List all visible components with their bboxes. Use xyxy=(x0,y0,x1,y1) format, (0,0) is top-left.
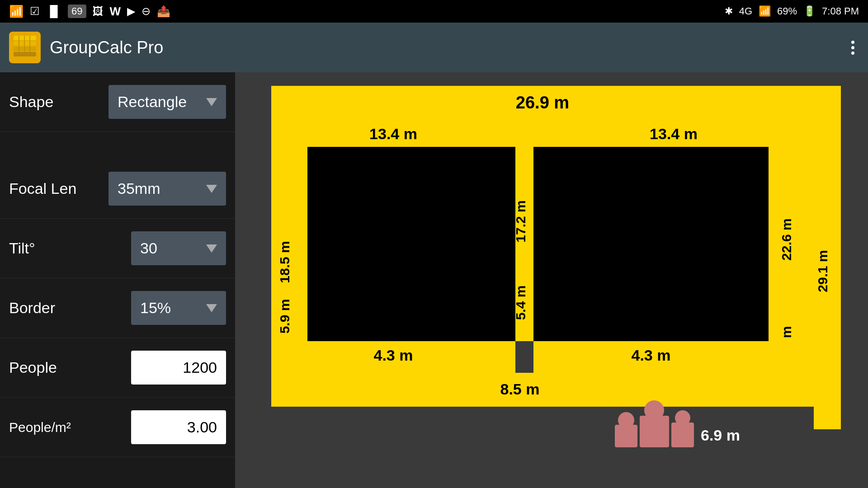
status-right: ✱ 4G 📶 69% 🔋 7:08 PM xyxy=(725,5,859,17)
border-label: Border xyxy=(9,299,108,317)
person-distance-label: 6.9 m xyxy=(701,427,740,444)
bottom-right-label: 4.3 m xyxy=(632,347,671,364)
tilt-dropdown-arrow xyxy=(206,244,217,253)
upload-icon: 📤 xyxy=(157,5,170,18)
focal-len-dropdown-arrow xyxy=(206,185,217,193)
svg-rect-23 xyxy=(671,422,694,447)
people-label: People xyxy=(9,359,108,376)
shape-dropdown[interactable]: Rectangle xyxy=(108,85,226,119)
status-bar: 📶 ☑ ▐▌ 69 🖼 W ▶ ⊖ 📤 ✱ 4G 📶 69% 🔋 7:08 PM xyxy=(0,0,868,23)
clock: 7:08 PM xyxy=(822,5,859,17)
tilt-dropdown[interactable]: 30 xyxy=(131,231,226,265)
top-right-label: 13.4 m xyxy=(650,125,698,142)
right-panel: 26.9 m 13.4 m 13.4 m 18.5 m 5.9 m 17.2 m xyxy=(235,72,868,488)
left-bottom-label: 5.9 m xyxy=(277,299,292,334)
status-left: 📶 ☑ ▐▌ 69 🖼 W ▶ ⊖ 📤 xyxy=(9,5,170,19)
bottom-full-label: 8.5 m xyxy=(500,380,540,398)
border-value: 15% xyxy=(140,299,171,317)
people-row: People 1200 xyxy=(0,338,235,398)
focal-len-row: Focal Len 35mm xyxy=(0,159,235,219)
gallery-icon: 🖼 xyxy=(93,5,104,18)
shape-row: Shape Rectangle xyxy=(0,72,235,132)
task-icon: ☑ xyxy=(30,5,40,18)
network-type: 4G xyxy=(739,5,752,17)
battery-icon: 🔋 xyxy=(803,5,816,17)
people-input[interactable]: 1200 xyxy=(131,351,226,385)
border-dropdown-arrow xyxy=(206,304,217,312)
diagram-svg: 26.9 m 13.4 m 13.4 m 18.5 m 5.9 m 17.2 m xyxy=(244,81,863,474)
app-bar-left: GroupCalc Pro xyxy=(9,32,163,63)
signal-bars-icon: ▐▌ xyxy=(46,5,61,18)
svg-rect-14 xyxy=(533,147,769,341)
people-per-m2-label: People/m² xyxy=(9,420,108,435)
border-dropdown[interactable]: 15% xyxy=(131,291,226,325)
left-top-label: 18.5 m xyxy=(277,241,292,283)
svg-rect-22 xyxy=(640,416,669,447)
spacer xyxy=(0,132,235,159)
app-title: GroupCalc Pro xyxy=(50,38,163,57)
people-per-m2-value: 3.00 xyxy=(187,418,217,436)
play-icon: ▶ xyxy=(127,5,135,18)
top-left-label: 13.4 m xyxy=(369,125,417,142)
signal-icon: 📶 xyxy=(759,5,771,17)
minus-icon: ⊖ xyxy=(142,5,151,18)
border-row: Border 15% xyxy=(0,278,235,338)
word-icon: W xyxy=(110,5,121,19)
focal-len-label: Focal Len xyxy=(9,180,108,197)
bottom-left-label: 4.3 m xyxy=(374,347,413,364)
focal-len-dropdown[interactable]: 35mm xyxy=(108,172,226,206)
focal-len-value: 35mm xyxy=(118,180,160,197)
shape-value: Rectangle xyxy=(118,93,187,111)
wifi-icon: 📶 xyxy=(9,5,24,19)
left-panel: Shape Rectangle Focal Len 35mm Tilt° 30 xyxy=(0,72,235,488)
tilt-label: Tilt° xyxy=(9,239,108,257)
svg-point-26 xyxy=(675,410,690,426)
svg-rect-0 xyxy=(14,52,36,56)
top-label: 26.9 m xyxy=(516,93,569,112)
svg-rect-3 xyxy=(14,36,36,40)
svg-point-24 xyxy=(618,412,634,428)
svg-rect-2 xyxy=(14,41,36,46)
people-per-m2-input[interactable]: 3.00 xyxy=(131,410,226,444)
svg-rect-11 xyxy=(307,147,515,341)
people-value: 1200 xyxy=(183,359,217,376)
right-top-label: 22.6 m xyxy=(779,218,794,260)
tilt-row: Tilt° 30 xyxy=(0,219,235,278)
tilt-value: 30 xyxy=(140,239,157,257)
people-per-m2-row: People/m² 3.00 xyxy=(0,398,235,457)
app-icon xyxy=(9,32,41,63)
svg-rect-1 xyxy=(14,47,36,51)
right-full-label: 29.1 m xyxy=(815,250,830,292)
mid-left-top-label: 17.2 m xyxy=(513,200,528,242)
main-content: Shape Rectangle Focal Len 35mm Tilt° 30 xyxy=(0,72,868,488)
app-bar: GroupCalc Pro xyxy=(0,23,868,72)
battery-percent: 69% xyxy=(777,5,797,17)
shape-dropdown-arrow xyxy=(206,98,217,106)
mid-left-bottom-label: 5.4 m xyxy=(513,286,528,320)
notification-count: 69 xyxy=(68,5,86,18)
shape-label: Shape xyxy=(9,93,108,111)
svg-rect-20 xyxy=(769,341,814,407)
svg-point-25 xyxy=(644,400,664,420)
bluetooth-icon: ✱ xyxy=(725,5,733,17)
menu-button[interactable] xyxy=(847,36,859,59)
